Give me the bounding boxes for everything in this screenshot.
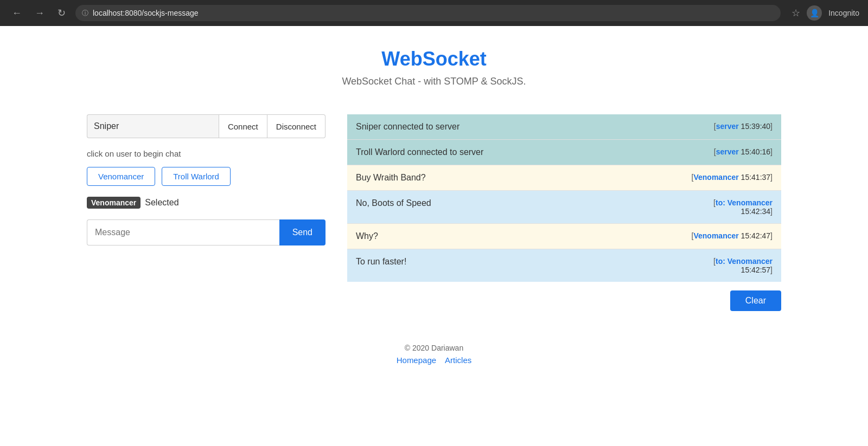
- message-input[interactable]: [87, 219, 279, 245]
- footer-links: Homepage Articles: [87, 355, 781, 365]
- main-layout: Connect Disconnect click on user to begi…: [87, 114, 781, 311]
- connection-row: Connect Disconnect: [87, 114, 326, 138]
- selected-row: Venomancer Selected: [87, 197, 326, 209]
- chat-message-3: Buy Wraith Band? [Venomancer 15:41:37]: [347, 165, 781, 191]
- clear-btn-row: Clear: [347, 290, 781, 311]
- right-panel: Sniper connected to server [server 15:39…: [347, 114, 781, 311]
- message-row: Send: [87, 219, 326, 245]
- browser-chrome: ← → ↻ ⓘ localhost:8080/sockjs-message ☆ …: [0, 0, 868, 26]
- page-content: WebSocket WebSocket Chat - with STOMP & …: [54, 26, 814, 397]
- page-footer: © 2020 Dariawan Homepage Articles: [87, 344, 781, 365]
- msg-text-3: Buy Wraith Band?: [356, 173, 426, 183]
- left-panel: Connect Disconnect click on user to begi…: [87, 114, 326, 245]
- address-text: localhost:8080/sockjs-message: [93, 9, 199, 17]
- page-subtitle: WebSocket Chat - with STOMP & SockJS.: [87, 76, 781, 87]
- page-title: WebSocket: [87, 48, 781, 70]
- connect-button[interactable]: Connect: [219, 114, 267, 138]
- address-bar[interactable]: ⓘ localhost:8080/sockjs-message: [75, 5, 781, 21]
- user-button-troll-warlord[interactable]: Troll Warlord: [162, 167, 231, 186]
- bookmark-icon: ☆: [792, 7, 800, 19]
- lock-icon: ⓘ: [82, 9, 88, 18]
- msg-text-1: Sniper connected to server: [356, 122, 459, 132]
- chat-message-2: Troll Warlord connected to server [serve…: [347, 140, 781, 165]
- footer-link-articles[interactable]: Articles: [445, 355, 471, 365]
- username-input[interactable]: [87, 114, 219, 138]
- msg-meta-4: [to: Venomancer 15:42:34]: [713, 198, 773, 216]
- users-row: Venomancer Troll Warlord: [87, 167, 326, 186]
- forward-button[interactable]: →: [31, 5, 48, 21]
- incognito-label: Incognito: [828, 9, 859, 17]
- disconnect-button[interactable]: Disconnect: [267, 114, 326, 138]
- chat-message-5: Why? [Venomancer 15:42:47]: [347, 224, 781, 249]
- msg-meta-3: [Venomancer 15:41:37]: [692, 173, 773, 182]
- chat-messages: Sniper connected to server [server 15:39…: [347, 114, 781, 282]
- browser-right: ☆ 👤 Incognito: [792, 5, 859, 21]
- footer-link-homepage[interactable]: Homepage: [397, 355, 436, 365]
- profile-icon: 👤: [807, 5, 822, 21]
- msg-text-2: Troll Warlord connected to server: [356, 147, 483, 157]
- selected-label: Selected: [145, 198, 178, 208]
- user-button-venomancer[interactable]: Venomancer: [87, 167, 155, 186]
- msg-meta-6: [to: Venomancer 15:42:57]: [713, 257, 773, 274]
- msg-text-6: To run faster!: [356, 257, 406, 267]
- msg-text-5: Why?: [356, 231, 378, 241]
- msg-meta-2: [server 15:40:16]: [714, 147, 773, 156]
- clear-button[interactable]: Clear: [730, 290, 781, 311]
- selected-badge: Venomancer: [87, 197, 141, 209]
- chat-message-1: Sniper connected to server [server 15:39…: [347, 114, 781, 140]
- msg-meta-1: [server 15:39:40]: [714, 122, 773, 131]
- send-button[interactable]: Send: [279, 219, 326, 245]
- msg-meta-5: [Venomancer 15:42:47]: [692, 231, 773, 240]
- chat-message-6: To run faster! [to: Venomancer 15:42:57]: [347, 249, 781, 282]
- footer-copyright: © 2020 Dariawan: [87, 344, 781, 352]
- msg-text-4: No, Boots of Speed: [356, 198, 431, 208]
- page-header: WebSocket WebSocket Chat - with STOMP & …: [87, 48, 781, 87]
- chat-message-4: No, Boots of Speed [to: Venomancer 15:42…: [347, 191, 781, 224]
- back-button[interactable]: ←: [9, 5, 25, 21]
- hint-text: click on user to begin chat: [87, 149, 326, 158]
- reload-button[interactable]: ↻: [54, 5, 69, 21]
